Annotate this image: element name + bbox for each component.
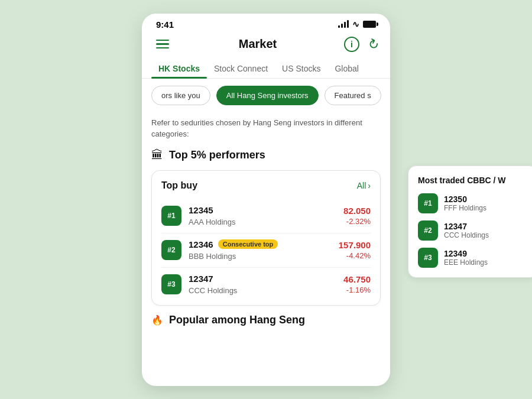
app-header: Market i ↻: [142, 32, 390, 59]
top-performers-header: 🏛 Top 5% performers: [151, 148, 381, 162]
status-bar: 9:41 ∿: [142, 14, 390, 32]
stock-price-3: 46.750 -1.16%: [343, 274, 371, 295]
refresh-icon[interactable]: ↻: [365, 35, 382, 54]
stock-code-2: 12346: [189, 239, 213, 249]
stock-row-1[interactable]: #1 12345 AAA Holdings 82.050 -2.32%: [161, 199, 371, 233]
header-action-icons: i ↻: [344, 37, 378, 52]
stock-info-1: 12345 AAA Holdings: [189, 205, 336, 227]
tab-stock-connect[interactable]: Stock Connect: [207, 59, 275, 78]
menu-icon[interactable]: [154, 37, 171, 51]
stock-code-1: 12345: [189, 205, 213, 215]
stock-row-3[interactable]: #3 12347 CCC Holdings 46.750 -1.16%: [161, 268, 371, 296]
side-stock-info-2: 12347 CCC Holdings: [444, 222, 489, 239]
wifi-icon: ∿: [352, 20, 359, 29]
popular-section: 🔥 Popular among Hang Seng: [151, 314, 381, 326]
phone-frame: 9:41 ∿ Market i ↻ HK Stocks Stock Connec…: [142, 14, 390, 386]
popular-title: Popular among Hang Seng: [169, 314, 305, 326]
tab-hk-stocks[interactable]: HK Stocks: [151, 59, 207, 78]
filter-btn-featured[interactable]: Featured s: [325, 86, 381, 105]
filter-btn-investors-like-you[interactable]: ors like you: [151, 86, 210, 105]
side-card-title: Most traded CBBC / W: [418, 176, 528, 185]
signal-icon: [338, 21, 349, 28]
top-buy-card: Top buy All › #1 12345 AAA Holdings 82.0…: [151, 170, 381, 306]
side-rank-badge-1: #1: [418, 193, 438, 213]
side-stock-row-2[interactable]: #2 12347 CCC Holdings: [418, 220, 528, 241]
stock-code-3: 12347: [189, 274, 213, 284]
all-link[interactable]: All ›: [357, 181, 371, 190]
trophy-icon: 🏛: [151, 148, 163, 162]
top-performers-title: Top 5% performers: [169, 149, 265, 161]
top-buy-title: Top buy: [161, 180, 197, 191]
content-area: Refer to sedurities chosen by Hang Seng …: [142, 112, 390, 386]
side-stock-row-1[interactable]: #1 12350 FFF Holdings: [418, 193, 528, 213]
rank-badge-2: #2: [161, 240, 181, 260]
side-stock-info-1: 12350 FFF Holdings: [444, 194, 486, 212]
filter-row: ors like you All Hang Seng investors Fea…: [142, 79, 390, 112]
filter-btn-all-hang-seng[interactable]: All Hang Seng investors: [216, 86, 319, 105]
stock-company-3: CCC Holdings: [189, 286, 237, 295]
side-rank-badge-3: #3: [418, 248, 438, 268]
chevron-right-icon: ›: [368, 181, 371, 190]
battery-icon: [363, 21, 376, 28]
side-stock-info-3: 12349 EEE Holdings: [444, 249, 488, 267]
stock-price-1: 82.050 -2.32%: [343, 206, 371, 226]
stock-company-2: BBB Holdings: [189, 252, 236, 261]
stock-company-1: AAA Holdings: [189, 218, 236, 226]
card-header: Top buy All ›: [161, 180, 371, 191]
info-icon[interactable]: i: [344, 37, 359, 52]
fire-icon: 🔥: [151, 314, 163, 326]
status-icons: ∿: [338, 20, 376, 29]
stock-info-3: 12347 CCC Holdings: [189, 274, 336, 296]
side-panel-card: Most traded CBBC / W #1 12350 FFF Holdin…: [408, 166, 532, 278]
stock-info-2: 12346 Consecutive top BBB Holdings: [189, 239, 332, 261]
side-stock-row-3[interactable]: #3 12349 EEE Holdings: [418, 248, 528, 268]
subtitle-text: Refer to sedurities chosen by Hang Seng …: [151, 112, 381, 148]
consecutive-badge: Consecutive top: [218, 239, 278, 249]
tabs-row: HK Stocks Stock Connect US Stocks Global: [142, 59, 390, 79]
rank-badge-1: #1: [161, 206, 181, 226]
page-title: Market: [239, 37, 277, 51]
time-display: 9:41: [156, 20, 174, 30]
rank-badge-3: #3: [161, 274, 181, 294]
side-rank-badge-2: #2: [418, 220, 438, 241]
tab-global[interactable]: Global: [327, 59, 365, 78]
tab-us-stocks[interactable]: US Stocks: [275, 59, 327, 78]
stock-row-2[interactable]: #2 12346 Consecutive top BBB Holdings 15…: [161, 233, 371, 268]
stock-price-2: 157.900 -4.42%: [339, 240, 371, 261]
